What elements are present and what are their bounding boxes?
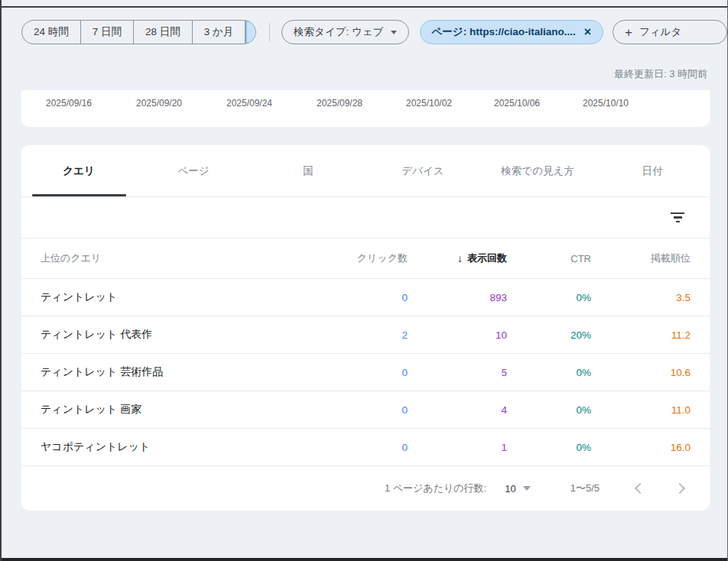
impressions-cell: 1 — [408, 442, 507, 453]
position-cell: 3.5 — [591, 292, 691, 303]
ctr-cell: 0% — [507, 367, 591, 378]
header-clicks[interactable]: クリック数 — [308, 251, 408, 265]
axis-date-label: 2025/09/28 — [304, 98, 375, 109]
axis-date-label: 2025/09/24 — [213, 98, 285, 109]
position-cell: 16.0 — [591, 442, 691, 453]
table-row[interactable]: ティントレット 0 893 0% 3.5 — [21, 279, 710, 316]
axis-date-label: 2025/10/10 — [570, 98, 642, 109]
table-row[interactable]: ティントレット 芸術作品 0 5 0% 10.6 — [21, 354, 710, 391]
sort-descending-icon: ↓ — [457, 252, 463, 264]
tab-devices[interactable]: デバイス — [366, 145, 480, 196]
filter-bar-divider — [269, 23, 270, 41]
next-page-button[interactable] — [673, 480, 687, 498]
tab-pages[interactable]: ページ — [136, 145, 251, 196]
active-tab-underline — [32, 194, 126, 196]
app-window: 24 時間 7 日間 28 日間 3 か月 カスタム 検索タイプ: ウェブ ペー… — [0, 0, 728, 561]
ctr-cell: 20% — [507, 329, 591, 341]
clicks-cell: 2 — [308, 329, 408, 341]
performance-table-card: クエリ ページ 国 デバイス 検索での見え方 日付 — [21, 145, 710, 511]
table-toolbar — [21, 197, 710, 238]
table-row[interactable]: ヤコポティントレット 0 1 0% 16.0 — [21, 429, 710, 466]
table-row[interactable]: ティントレット 代表作 2 10 20% 11.2 — [21, 316, 710, 354]
dimension-tabs: クエリ ページ 国 デバイス 検索での見え方 日付 — [21, 145, 710, 197]
tab-dates[interactable]: 日付 — [595, 145, 710, 196]
tab-label: 国 — [303, 164, 314, 178]
query-cell: ティントレット 代表作 — [21, 328, 308, 342]
add-filter-label: フィルタ — [639, 25, 681, 39]
rows-per-page-select[interactable]: 10 — [500, 482, 535, 495]
tab-label: クエリ — [63, 164, 94, 178]
tab-queries[interactable]: クエリ — [21, 145, 136, 196]
filter-list-icon[interactable] — [666, 208, 689, 228]
clicks-cell: 0 — [308, 367, 408, 378]
date-range-selector: 24 時間 7 日間 28 日間 3 か月 カスタム — [21, 20, 256, 44]
header-ctr[interactable]: CTR — [507, 253, 591, 264]
chevron-right-icon — [674, 482, 685, 493]
axis-date-label: 2025/10/02 — [393, 98, 465, 109]
axis-date-label: 2025/09/16 — [33, 98, 105, 109]
position-cell: 10.6 — [591, 367, 691, 378]
close-icon[interactable]: × — [584, 26, 591, 38]
tab-label: ページ — [177, 164, 209, 178]
date-range-24h-button[interactable]: 24 時間 — [22, 21, 81, 44]
ctr-cell: 0% — [507, 292, 591, 303]
clicks-cell: 0 — [308, 292, 408, 303]
impressions-cell: 4 — [408, 404, 507, 416]
query-cell: ティントレット 芸術作品 — [21, 365, 308, 379]
clicks-cell: 0 — [308, 442, 408, 453]
axis-date-label: 2025/10/06 — [481, 98, 553, 109]
search-type-button[interactable]: 検索タイプ: ウェブ — [281, 20, 408, 44]
window-bottom-border — [2, 558, 727, 561]
date-range-28d-button[interactable]: 28 日間 — [134, 21, 193, 44]
plus-icon: + — [625, 26, 632, 39]
filter-bar: 24 時間 7 日間 28 日間 3 か月 カスタム 検索タイプ: ウェブ ペー… — [21, 20, 727, 44]
ctr-cell: 0% — [507, 404, 591, 416]
query-cell: ティントレット — [21, 290, 308, 304]
rows-per-page-value: 10 — [505, 483, 515, 495]
tab-countries[interactable]: 国 — [251, 145, 366, 196]
pagination-range-label: 1〜5/5 — [570, 482, 600, 495]
clicks-cell: 0 — [308, 404, 408, 416]
last-updated-text: 最終更新日: 3 時間前 — [614, 67, 707, 81]
rows-per-page-label: 1 ページあたりの行数: — [385, 482, 486, 495]
tab-label: 日付 — [642, 164, 663, 178]
page-filter-label: ページ: https://ciao-italiano.... — [432, 25, 576, 39]
impressions-cell: 5 — [408, 367, 507, 378]
axis-date-label: 2025/09/20 — [123, 98, 195, 109]
position-cell: 11.0 — [591, 404, 691, 416]
header-top-queries[interactable]: 上位のクエリ — [21, 251, 308, 265]
window-top-border — [2, 6, 727, 8]
search-type-label: 検索タイプ: ウェブ — [294, 25, 383, 39]
header-impressions-sorted[interactable]: ↓ 表示回数 — [408, 251, 507, 265]
tab-search-appearance[interactable]: 検索での見え方 — [480, 145, 595, 196]
impressions-cell: 893 — [408, 292, 507, 303]
page-filter-chip[interactable]: ページ: https://ciao-italiano.... × — [420, 20, 603, 44]
table-header-row: 上位のクエリ クリック数 ↓ 表示回数 CTR 掲載順位 — [21, 238, 710, 279]
query-cell: ティントレット 画家 — [21, 403, 308, 417]
previous-page-button[interactable] — [633, 480, 647, 498]
tab-label: デバイス — [401, 164, 444, 178]
tab-label: 検索での見え方 — [501, 164, 574, 178]
ctr-cell: 0% — [507, 442, 591, 453]
query-cell: ヤコポティントレット — [21, 440, 308, 454]
impressions-cell: 10 — [408, 329, 507, 341]
date-range-custom-button[interactable]: カスタム — [245, 21, 256, 44]
header-impressions-label: 表示回数 — [467, 251, 507, 265]
add-filter-button[interactable]: + フィルタ — [613, 20, 727, 44]
date-range-3mo-button[interactable]: 3 か月 — [193, 21, 246, 44]
position-cell: 11.2 — [591, 329, 691, 341]
header-position[interactable]: 掲載順位 — [591, 251, 691, 265]
table-row[interactable]: ティントレット 画家 0 4 0% 11.0 — [21, 391, 710, 429]
caret-down-icon — [523, 486, 531, 491]
pagination-bar: 1 ページあたりの行数: 10 1〜5/5 — [21, 466, 710, 511]
caret-down-icon — [391, 31, 397, 34]
chart-x-axis: 2025/09/16 2025/09/20 2025/09/24 2025/09… — [21, 90, 710, 127]
date-range-7d-button[interactable]: 7 日間 — [81, 21, 134, 44]
chevron-left-icon — [635, 482, 645, 493]
